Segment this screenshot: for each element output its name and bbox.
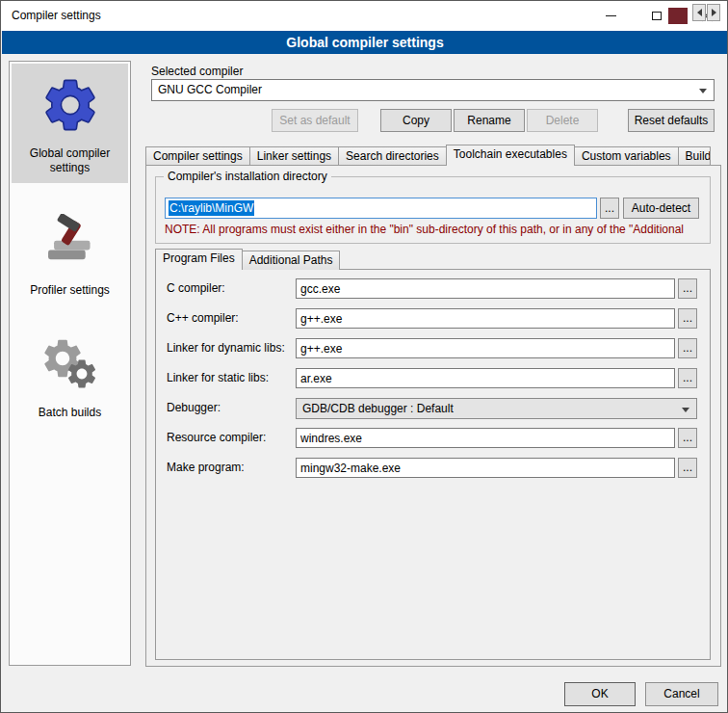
- dialog-header: Global compiler settings: [2, 31, 728, 54]
- compiler-select-value: GNU GCC Compiler: [158, 83, 262, 96]
- compiler-select[interactable]: GNU GCC Compiler: [151, 79, 715, 101]
- window-title: Compiler settings: [12, 1, 101, 31]
- field-label: Debugger:: [167, 401, 221, 414]
- gear-icon: [13, 69, 126, 141]
- auto-detect-button[interactable]: Auto-detect: [623, 198, 699, 219]
- field-row-debugger: Debugger: GDB/CDB debugger : Default: [1, 398, 728, 419]
- field-row-cpp-compiler: C++ compiler: ...: [1, 308, 728, 330]
- settings-tabstrip: Compiler settings Linker settings Search…: [145, 145, 721, 166]
- maximize-icon: [652, 12, 662, 20]
- chevron-down-icon: [682, 408, 689, 412]
- tab-search-directories[interactable]: Search directories: [338, 146, 447, 166]
- selected-text: C:\raylib\MinGW: [169, 200, 254, 216]
- ok-button[interactable]: OK: [564, 682, 636, 706]
- reset-defaults-button[interactable]: Reset defaults: [628, 109, 715, 132]
- field-label: C compiler:: [167, 281, 225, 295]
- tab-scroll-right-button[interactable]: [707, 4, 720, 21]
- delete-button[interactable]: Delete: [527, 109, 598, 132]
- install-dir-input[interactable]: C:\raylib\MinGW: [165, 198, 597, 219]
- tab-program-files[interactable]: Program Files: [155, 249, 243, 270]
- cancel-button[interactable]: Cancel: [645, 682, 718, 706]
- dynamic-linker-input[interactable]: [296, 338, 675, 358]
- selected-compiler-label: Selected compiler: [151, 65, 243, 78]
- program-tabstrip: Program Files Additional Paths: [155, 249, 540, 270]
- minimize-button[interactable]: [594, 1, 627, 31]
- resource-compiler-input[interactable]: [296, 428, 675, 448]
- install-dir-browse-button[interactable]: ...: [600, 198, 619, 219]
- install-dir-group-title: Compiler's installation directory: [164, 170, 331, 183]
- minimize-icon: [606, 15, 616, 16]
- tab-additional-paths[interactable]: Additional Paths: [242, 251, 341, 270]
- arrow-right-icon: [712, 9, 716, 16]
- field-row-c-compiler: C compiler: ...: [1, 278, 728, 300]
- tab-toolchain-executables[interactable]: Toolchain executables: [446, 145, 575, 166]
- c-compiler-input[interactable]: [296, 278, 675, 299]
- field-row-make-program: Make program: ...: [1, 458, 728, 479]
- chevron-down-icon: [699, 89, 707, 93]
- profiler-icon: [13, 206, 126, 277]
- tab-compiler-settings[interactable]: Compiler settings: [145, 146, 250, 166]
- cpp-compiler-input[interactable]: [296, 308, 675, 329]
- browse-button[interactable]: ...: [678, 428, 697, 448]
- sidebar-item-global-compiler-settings[interactable]: Global compiler settings: [12, 64, 128, 183]
- sidebar: Global compiler settings Profiler settin…: [9, 61, 131, 666]
- arrow-left-icon: [697, 9, 702, 16]
- field-label: Make program:: [167, 461, 245, 474]
- tab-scroll-left-button[interactable]: [692, 4, 706, 21]
- field-label: Linker for static libs:: [167, 371, 269, 384]
- debugger-select-value: GDB/CDB debugger : Default: [302, 402, 454, 415]
- browse-button[interactable]: ...: [678, 278, 697, 299]
- browse-button[interactable]: ...: [678, 368, 697, 388]
- red-indicator: [668, 8, 688, 24]
- browse-button[interactable]: ...: [678, 458, 697, 478]
- make-program-input[interactable]: [296, 458, 675, 478]
- note-text: NOTE: All programs must exist either in …: [165, 223, 711, 236]
- field-label: C++ compiler:: [167, 311, 239, 325]
- field-row-static-linker: Linker for static libs: ...: [1, 368, 728, 389]
- static-linker-input[interactable]: [296, 368, 675, 388]
- field-row-resource-compiler: Resource compiler: ...: [1, 428, 728, 449]
- sidebar-item-label: Global compiler settings: [13, 146, 126, 175]
- field-label: Linker for dynamic libs:: [167, 341, 285, 355]
- tab-build[interactable]: Build: [678, 146, 711, 166]
- copy-button[interactable]: Copy: [380, 109, 452, 132]
- compiler-settings-window: Compiler settings Global compiler settin…: [0, 0, 728, 713]
- tab-custom-variables[interactable]: Custom variables: [574, 146, 679, 166]
- titlebar: Compiler settings: [1, 1, 727, 31]
- rename-button[interactable]: Rename: [454, 109, 525, 132]
- field-row-dynamic-linker: Linker for dynamic libs: ...: [1, 338, 728, 359]
- browse-button[interactable]: ...: [678, 338, 697, 358]
- browse-button[interactable]: ...: [678, 308, 697, 329]
- tab-linker-settings[interactable]: Linker settings: [249, 146, 339, 166]
- set-as-default-button[interactable]: Set as default: [272, 109, 358, 132]
- debugger-select[interactable]: GDB/CDB debugger : Default: [296, 398, 697, 419]
- field-label: Resource compiler:: [167, 431, 266, 444]
